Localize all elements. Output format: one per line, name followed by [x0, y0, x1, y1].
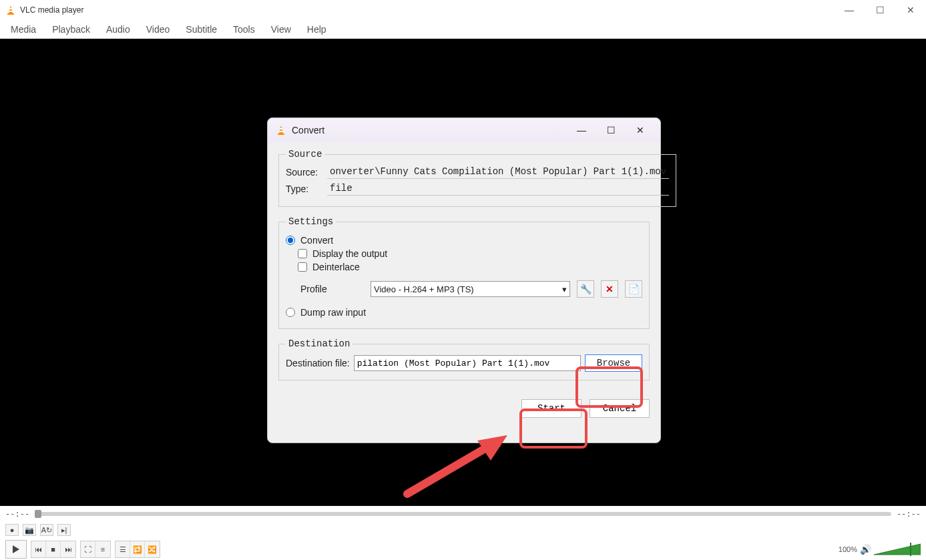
volume-percent: 100%: [839, 545, 857, 553]
menu-video[interactable]: Video: [140, 23, 177, 36]
seek-knob[interactable]: [35, 510, 41, 518]
menubar: Media Playback Audio Video Subtitle Tool…: [0, 20, 926, 39]
time-total: --:--: [897, 509, 921, 519]
source-legend: Source: [286, 149, 324, 160]
main-titlebar: VLC media player — ☐ ✕: [0, 0, 926, 20]
dump-raw-label: Dump raw input: [300, 307, 366, 318]
window-controls: — ☐ ✕: [834, 0, 926, 20]
new-profile-button[interactable]: 📄: [625, 280, 642, 298]
svg-rect-3: [7, 13, 14, 15]
source-label: Source:: [286, 167, 327, 178]
dump-raw-input[interactable]: [286, 308, 295, 317]
previous-button[interactable]: ⏮: [31, 541, 46, 557]
record-button[interactable]: ●: [5, 524, 19, 536]
window-title: VLC media player: [20, 5, 834, 15]
close-button[interactable]: ✕: [895, 0, 926, 20]
menu-tools[interactable]: Tools: [226, 23, 262, 36]
previous-icon: ⏮: [35, 545, 42, 553]
equalizer-icon: ≡: [101, 545, 105, 553]
loop-ab-icon: A↻: [41, 526, 52, 535]
next-icon: ⏭: [65, 545, 72, 553]
dialog-minimize-button[interactable]: —: [567, 119, 596, 141]
dialog-maximize-button[interactable]: ☐: [596, 119, 626, 141]
settings-group: Settings Convert Display the output Dein…: [278, 216, 650, 329]
loop-button[interactable]: 🔁: [130, 541, 145, 557]
stop-icon: ■: [51, 545, 55, 553]
display-output-label: Display the output: [312, 248, 387, 259]
destination-group: Destination Destination file: Browse: [278, 338, 650, 380]
wrench-icon: 🔧: [580, 284, 592, 294]
source-group: Source Source: onverter\Funny Cats Compi…: [278, 149, 676, 207]
menu-subtitle[interactable]: Subtitle: [179, 23, 224, 36]
maximize-button[interactable]: ☐: [865, 0, 895, 20]
playback-group: ⏮ ■ ⏭: [31, 541, 76, 558]
svg-rect-5: [280, 128, 282, 129]
bottom-controls: --:-- --:-- ● 📷 A↻ ▸| ⏮ ■ ⏭ ⛶ ≡ ☰ 🔁 🔀 10…: [0, 507, 926, 560]
view-group: ⛶ ≡: [80, 541, 111, 558]
svg-rect-1: [9, 8, 12, 9]
start-button[interactable]: Start: [521, 399, 582, 418]
playlist-button[interactable]: ☰: [115, 541, 130, 557]
chevron-down-icon: ▾: [562, 284, 567, 294]
deinterlace-input[interactable]: [298, 262, 307, 272]
playlist-icon: ☰: [120, 545, 126, 554]
volume-control: 100% 🔊: [839, 543, 921, 556]
edit-profile-button[interactable]: 🔧: [577, 280, 594, 298]
convert-dialog: Convert — ☐ ✕ Source Source: onverter\Fu…: [267, 117, 661, 443]
display-output-checkbox[interactable]: Display the output: [298, 248, 642, 259]
convert-radio-label: Convert: [300, 235, 333, 246]
play-icon: [11, 545, 21, 554]
deinterlace-label: Deinterlace: [312, 262, 360, 272]
deinterlace-checkbox[interactable]: Deinterlace: [298, 262, 642, 272]
svg-rect-2: [9, 11, 13, 12]
convert-radio[interactable]: Convert: [286, 235, 642, 246]
next-button[interactable]: ⏭: [61, 541, 75, 557]
delete-profile-button[interactable]: ✕: [601, 280, 618, 298]
convert-radio-input[interactable]: [286, 236, 295, 245]
speaker-icon[interactable]: 🔊: [860, 544, 871, 555]
dialog-close-button[interactable]: ✕: [626, 119, 655, 141]
cancel-button[interactable]: Cancel: [590, 399, 650, 418]
volume-slider[interactable]: [874, 543, 921, 556]
minimize-button[interactable]: —: [834, 0, 865, 20]
loop-ab-button[interactable]: A↻: [40, 524, 53, 536]
vlc-cone-icon: [276, 125, 286, 135]
time-elapsed: --:--: [5, 509, 29, 519]
vlc-cone-icon: [5, 5, 16, 15]
profile-label: Profile: [300, 284, 364, 294]
settings-legend: Settings: [286, 216, 336, 227]
play-button[interactable]: [5, 540, 27, 559]
fullscreen-button[interactable]: ⛶: [81, 541, 95, 557]
playlist-group: ☰ 🔁 🔀: [115, 541, 160, 558]
seek-slider[interactable]: [35, 512, 891, 516]
record-icon: ●: [10, 526, 15, 534]
shuffle-button[interactable]: 🔀: [145, 541, 160, 557]
display-output-input[interactable]: [298, 249, 307, 258]
profile-select[interactable]: Video - H.264 + MP3 (TS) ▾: [371, 281, 570, 297]
camera-icon: 📷: [25, 526, 34, 535]
menu-audio[interactable]: Audio: [99, 23, 137, 36]
svg-rect-7: [278, 133, 284, 135]
extended-settings-button[interactable]: ≡: [95, 541, 110, 557]
frame-step-button[interactable]: ▸|: [57, 524, 71, 536]
svg-marker-10: [13, 545, 19, 553]
dest-file-label: Destination file:: [286, 358, 350, 368]
loop-icon: 🔁: [133, 545, 142, 554]
dump-raw-radio[interactable]: Dump raw input: [286, 307, 642, 318]
menu-media[interactable]: Media: [4, 23, 43, 36]
menu-help[interactable]: Help: [300, 23, 333, 36]
fullscreen-icon: ⛶: [84, 545, 91, 553]
dialog-titlebar[interactable]: Convert — ☐ ✕: [268, 118, 660, 142]
menu-playback[interactable]: Playback: [45, 23, 97, 36]
snapshot-button[interactable]: 📷: [23, 524, 36, 536]
dest-file-input[interactable]: [354, 355, 581, 371]
svg-rect-6: [280, 131, 283, 132]
source-value: onverter\Funny Cats Compilation (Most Po…: [327, 165, 669, 179]
svg-marker-11: [874, 544, 921, 555]
stop-button[interactable]: ■: [46, 541, 61, 557]
browse-button[interactable]: Browse: [585, 354, 642, 372]
menu-view[interactable]: View: [264, 23, 298, 36]
new-profile-icon: 📄: [628, 284, 640, 294]
profile-value: Video - H.264 + MP3 (TS): [374, 284, 474, 294]
type-label: Type:: [286, 184, 327, 194]
